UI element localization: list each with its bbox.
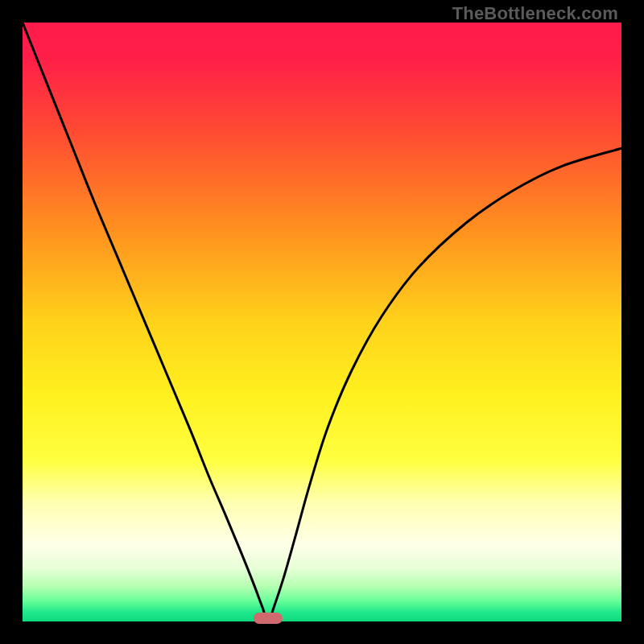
watermark-text: TheBottleneck.com <box>452 3 618 24</box>
chart-frame <box>23 23 621 621</box>
bottleneck-curve <box>23 23 621 621</box>
plot-area <box>23 23 621 621</box>
optimum-marker <box>254 613 283 624</box>
